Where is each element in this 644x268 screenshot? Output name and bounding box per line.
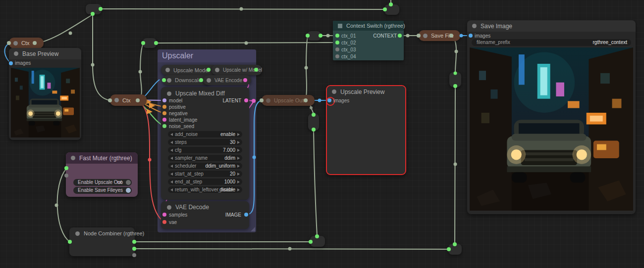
scheduler-widget[interactable]: schedulerddim_uniform (168, 163, 242, 169)
increment-arrow-icon[interactable] (237, 165, 240, 168)
combiner-input-slot-2[interactable] (132, 247, 136, 251)
save-file-node[interactable]: Save File (419, 30, 460, 41)
cfg-widget[interactable]: cfg7.000 (168, 147, 242, 153)
reroute-node[interactable] (448, 244, 462, 255)
increment-arrow-icon[interactable] (237, 180, 240, 183)
reroute-node[interactable] (86, 4, 102, 14)
upscale-w-model-output-slot[interactable] (254, 68, 258, 72)
increment-arrow-icon[interactable] (237, 149, 240, 152)
increment-arrow-icon[interactable] (237, 157, 240, 160)
upscale-model-output-slot[interactable] (207, 68, 211, 72)
sampler-name-widget[interactable]: sampler_nameddim (168, 155, 242, 161)
reroute-node[interactable] (307, 31, 321, 41)
decrement-arrow-icon[interactable] (170, 157, 173, 160)
collapse-dot-icon[interactable] (472, 24, 477, 28)
increment-arrow-icon[interactable] (237, 173, 240, 176)
base-preview-titlebar[interactable]: Base Preview (9, 48, 81, 59)
negative-input-slot[interactable] (162, 111, 166, 115)
collapse-dot-icon[interactable] (75, 231, 80, 236)
toggle-knob-icon[interactable] (126, 180, 131, 185)
reroute-node[interactable] (449, 72, 461, 87)
muter-input-slot-1[interactable] (64, 166, 68, 170)
return-leftover-noise-widget[interactable]: return_with_leftover_noisedisable (168, 186, 242, 193)
collapse-dot-icon[interactable] (71, 156, 75, 160)
node-graph-canvas[interactable]: Upscaler (0, 0, 644, 268)
collapse-dot-icon[interactable] (165, 68, 170, 72)
decrement-arrow-icon[interactable] (170, 141, 173, 144)
node-combiner-node[interactable]: Node Combiner (rgthree) (69, 227, 135, 256)
noise-seed-input-slot[interactable] (162, 124, 166, 128)
images-input-slot[interactable] (469, 34, 473, 38)
increment-arrow-icon[interactable] (237, 188, 240, 191)
upscale-mixed-diff-node[interactable]: Upscale Mixed Diff model positive negati… (161, 87, 249, 200)
decrement-arrow-icon[interactable] (170, 173, 173, 176)
decrement-arrow-icon[interactable] (170, 133, 173, 136)
collapse-dot-icon[interactable] (266, 98, 270, 103)
collapse-dot-icon[interactable] (215, 68, 219, 72)
resize-handle-icon[interactable] (251, 227, 255, 231)
decrement-arrow-icon[interactable] (170, 180, 173, 183)
vae-decode-node[interactable]: VAE Decode samples vae IMAGE (161, 201, 249, 229)
collapse-dot-icon[interactable] (207, 78, 211, 83)
combiner-input-slot-1[interactable] (132, 240, 136, 244)
combiner-output-slot[interactable] (68, 240, 72, 244)
collapse-dot-icon[interactable] (167, 205, 171, 210)
context-switch-titlebar[interactable]: Context Switch (rgthree) (333, 21, 404, 31)
add-noise-widget[interactable]: add_noiseenable (168, 131, 242, 137)
base-preview-node[interactable]: Base Preview images (9, 48, 81, 140)
ctx-04-input-slot[interactable] (335, 54, 339, 58)
decrement-arrow-icon[interactable] (170, 149, 173, 152)
latent-image-input-slot[interactable] (162, 118, 166, 122)
collapse-dot-icon[interactable] (13, 41, 18, 45)
upscale-preview-titlebar[interactable]: Upscale Preview (327, 86, 405, 97)
samples-input-slot[interactable] (162, 213, 166, 217)
context-switch-node[interactable]: Context Switch (rgthree) ctx_01 ctx_02 c… (333, 21, 404, 60)
enable-save-file-toggle[interactable]: Enable Save File yes (73, 187, 132, 194)
positive-input-slot[interactable] (162, 105, 166, 109)
context-output-slot[interactable] (398, 34, 402, 38)
ctx-node-1[interactable]: Ctx (9, 38, 44, 48)
increment-arrow-icon[interactable] (237, 141, 240, 144)
save-image-titlebar[interactable]: Save Image (467, 20, 636, 32)
decrement-arrow-icon[interactable] (170, 188, 173, 191)
images-input-slot[interactable] (327, 98, 331, 102)
images-input-slot[interactable] (9, 61, 13, 65)
fast-muter-titlebar[interactable]: Fast Muter (rgthree) (66, 152, 138, 164)
model-input-slot[interactable] (162, 98, 166, 102)
downscale-input-slot[interactable] (162, 78, 166, 82)
collapse-dot-icon[interactable] (332, 89, 336, 94)
collapse-dot-icon[interactable] (167, 78, 171, 83)
reroute-node[interactable] (143, 38, 157, 48)
upscaler-group-header[interactable]: Upscaler (158, 49, 256, 62)
ctx-02-input-slot[interactable] (335, 41, 339, 45)
steps-widget[interactable]: steps30 (168, 139, 242, 145)
reroute-node[interactable] (308, 114, 319, 131)
decrement-arrow-icon[interactable] (170, 165, 173, 168)
vae-input-slot[interactable] (162, 220, 166, 224)
ctx-01-input-slot[interactable] (335, 34, 339, 38)
increment-arrow-icon[interactable] (237, 133, 240, 136)
filename-prefix-widget[interactable]: filename_prefix rgthree_context (472, 39, 631, 46)
collapse-dot-icon[interactable] (114, 98, 119, 102)
upscale-out-node[interactable]: Upscale Out (262, 95, 315, 106)
downscale-output-slot[interactable] (199, 78, 203, 82)
muter-input-slot-2[interactable] (64, 174, 68, 178)
reroute-node[interactable] (384, 4, 399, 15)
fast-muter-node[interactable]: Fast Muter (rgthree) Enable Upscale Out … (66, 152, 138, 197)
toggle-knob-icon[interactable] (126, 188, 131, 193)
save-image-node[interactable]: Save Image images filename_prefix rgthre… (467, 20, 636, 214)
end-at-step-widget[interactable]: end_at_step1000 (168, 179, 242, 185)
start-at-step-widget[interactable]: start_at_step20 (168, 171, 242, 177)
reroute-node[interactable] (310, 236, 325, 247)
collapse-dot-icon[interactable] (14, 51, 18, 56)
combiner-input-slot-3[interactable] (132, 253, 136, 257)
upscale-preview-node[interactable]: Upscale Preview images (326, 85, 406, 175)
ctx-node-2[interactable]: Ctx (110, 94, 147, 106)
ctx-03-input-slot[interactable] (335, 47, 339, 51)
latent-output-slot[interactable] (244, 98, 248, 102)
collapse-dot-icon[interactable] (423, 34, 428, 38)
collapse-dot-icon[interactable] (167, 91, 171, 96)
enable-upscale-out-toggle[interactable]: Enable Upscale Out no (73, 179, 132, 186)
image-output-slot[interactable] (244, 213, 248, 217)
vae-encode-output-slot[interactable] (243, 78, 247, 82)
